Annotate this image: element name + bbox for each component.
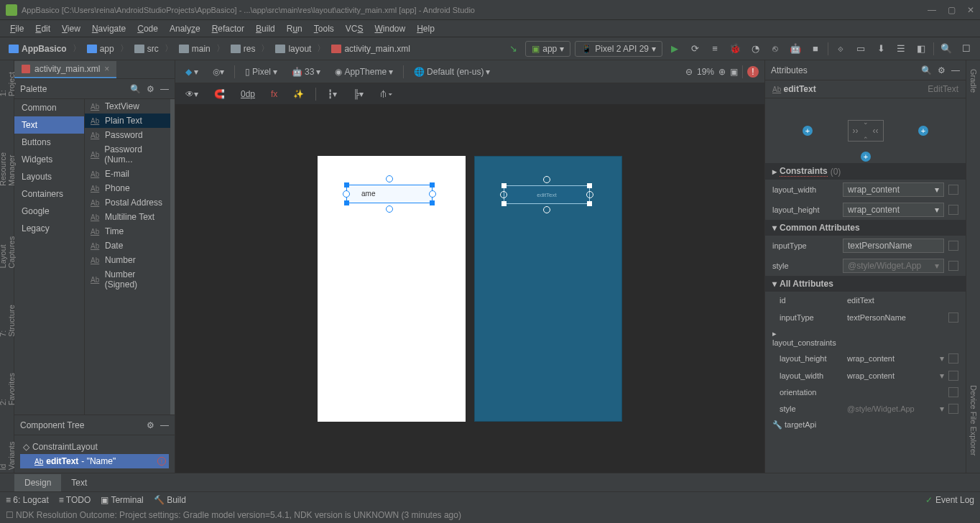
device-type-selector[interactable]: ▯ Pixel ▾ [241,65,282,78]
run-config-selector[interactable]: ▣app▾ [525,41,570,57]
constraint-handle[interactable] [386,205,393,213]
sidetab-favorites[interactable]: 2: Favorites [0,369,17,408]
breadcrumb-src[interactable]: src [131,42,162,55]
flag-icon[interactable] [948,387,958,397]
menu-vcs[interactable]: VCS [341,22,368,35]
palette-item[interactable]: AbDate [85,239,175,253]
flag-icon[interactable] [948,371,958,381]
attr-all-constraints[interactable]: ▸ layout_constraints [765,326,966,350]
warning-icon[interactable]: ! [157,457,166,466]
attr-search-icon[interactable]: 🔍 [921,65,932,75]
sidetab-layout-captures[interactable]: Layout Captures [0,218,17,271]
flag-icon[interactable] [948,241,958,251]
palette-scrollbar[interactable] [170,99,175,415]
add-constraint-bottom[interactable]: + [861,152,871,162]
palette-item[interactable]: AbE-mail [85,167,175,181]
zoom-in-button[interactable]: ⊕ [718,67,726,77]
default-margin[interactable]: 0dp [236,88,259,101]
menu-run[interactable]: Run [282,22,307,35]
canvas-area[interactable]: ame editText [175,105,764,473]
search-everywhere-icon[interactable]: 🔍 [938,41,954,57]
profiler-icon[interactable]: ◔ [747,41,763,57]
palette-item[interactable]: AbPassword (Num... [85,142,175,167]
status-build[interactable]: 🔨 Build [154,495,186,505]
resize-handle[interactable] [430,182,435,188]
constraint-handle[interactable] [343,190,350,198]
selected-edittext-blueprint[interactable]: editText [504,185,590,204]
constraint-handle[interactable] [500,191,507,198]
error-badge[interactable]: ! [747,66,759,78]
palette-item[interactable]: AbPostal Address [85,195,175,210]
sidetab-device-file-explorer[interactable]: Device File Explorer [968,382,979,458]
maximize-button[interactable]: ▢ [948,5,956,15]
file-tab-close-icon[interactable]: × [104,64,109,74]
resize-handle[interactable] [344,182,349,188]
constraints-section[interactable]: ▸ Constraints (0) [765,163,966,180]
breadcrumb-app[interactable]: app [84,42,117,55]
palette-cat-text[interactable]: Text [14,116,84,134]
status-todo[interactable]: ≡ TODO [59,495,91,505]
run-button[interactable]: ▶ [667,41,683,57]
attach-icon[interactable]: ⎋ [767,41,783,57]
tab-design[interactable]: Design [14,474,61,491]
palette-settings-icon[interactable]: ⚙ [147,84,154,94]
constraint-handle[interactable] [543,206,550,213]
sync-icon[interactable]: ⟐ [833,41,849,57]
theme-selector[interactable]: ◉ AppTheme ▾ [330,65,397,78]
tab-text[interactable]: Text [61,474,97,491]
menu-navigate[interactable]: Navigate [88,22,130,35]
constraint-handle[interactable] [586,191,593,198]
constraint-handle[interactable] [543,176,550,183]
constraint-box[interactable]: ›› ‹‹ ⌄ ⌃ [848,120,884,142]
style-input[interactable]: @style/Widget.App▾ [843,259,944,273]
flag-icon[interactable] [948,353,958,364]
menu-analyze[interactable]: Analyze [165,22,205,35]
stop-button[interactable]: ■ [808,41,823,57]
palette-cat-containers[interactable]: Containers [14,185,84,203]
status-terminal[interactable]: ▣ Terminal [101,495,143,505]
sidetab-gradle[interactable]: Gradle [968,66,979,96]
palette-item[interactable]: AbMultiline Text [85,210,175,224]
palette-cat-google[interactable]: Google [14,203,84,220]
all-attributes-section[interactable]: ▾ All Attributes [765,276,966,292]
status-eventlog[interactable]: ✓ Event Log [925,495,974,505]
palette-cat-layouts[interactable]: Layouts [14,168,84,185]
palette-items[interactable]: AbTextView AbPlain Text AbPassword AbPas… [85,99,175,415]
resize-handle[interactable] [501,183,507,188]
inputtype-input[interactable]: textPersonName [843,239,944,253]
file-tab-item[interactable]: activity_main.xml × [14,61,116,78]
android-icon[interactable]: 🤖 [787,41,803,57]
palette-item[interactable]: AbNumber (Signed) [85,267,175,292]
tree-settings-icon[interactable]: ⚙ [147,420,154,430]
make-project-icon[interactable]: ↘ [505,41,521,57]
breadcrumb-project[interactable]: AppBasico [6,42,70,55]
menu-edit[interactable]: Edit [31,22,55,35]
resize-handle[interactable] [587,201,592,206]
guidelines-icon[interactable]: ⫛▾ [375,88,397,101]
api-selector[interactable]: 🤖 33 ▾ [287,65,325,78]
menu-file[interactable]: File [6,22,28,35]
attr-settings-icon[interactable]: ⚙ [938,65,946,75]
palette-item[interactable]: AbNumber [85,253,175,267]
sidetab-resource-manager[interactable]: Resource Manager [0,128,17,189]
flag-icon[interactable] [948,185,958,195]
palette-cat-widgets[interactable]: Widgets [14,151,84,168]
align-icon[interactable]: ╠▾ [348,88,368,101]
resize-handle[interactable] [587,183,592,188]
palette-item[interactable]: AbPhone [85,181,175,195]
palette-cat-buttons[interactable]: Buttons [14,134,84,151]
locale-selector[interactable]: 🌐 Default (en-us) ▾ [410,65,494,78]
minimize-button[interactable]: — [928,5,936,15]
user-icon[interactable]: ☐ [958,41,974,57]
attr-hide-icon[interactable]: — [951,65,960,75]
design-surface[interactable]: ame [318,156,466,422]
menu-code[interactable]: Code [133,22,162,35]
zoom-fit-button[interactable]: ▣ [730,67,738,77]
breadcrumb-main[interactable]: main [176,42,213,55]
flag-icon[interactable] [948,313,958,323]
tree-child[interactable]: Ab editText - "Name" ! [20,454,169,468]
blueprint-surface[interactable]: editText [474,156,622,422]
sidetab-structure[interactable]: 7: Structure [0,300,17,340]
layout-width-input[interactable]: wrap_content▾ [843,182,944,197]
sdk-icon[interactable]: ⬇ [873,41,889,57]
